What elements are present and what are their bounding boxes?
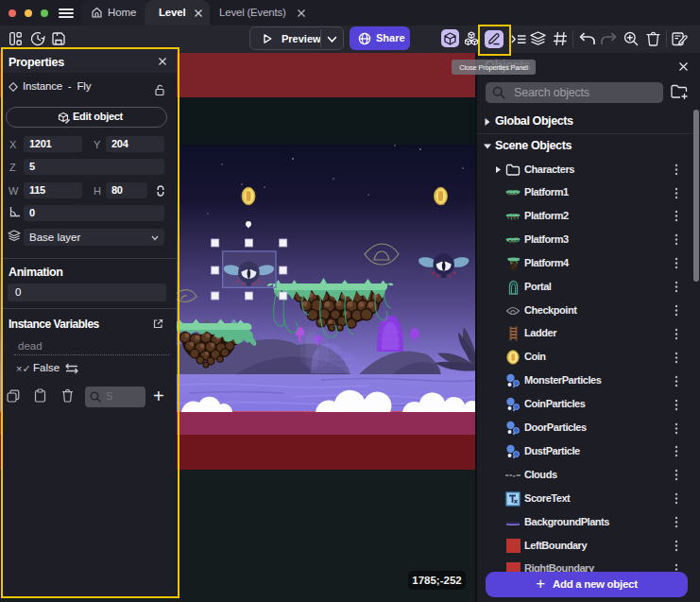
svg-text:1785;-252: 1785;-252 — [412, 575, 461, 586]
